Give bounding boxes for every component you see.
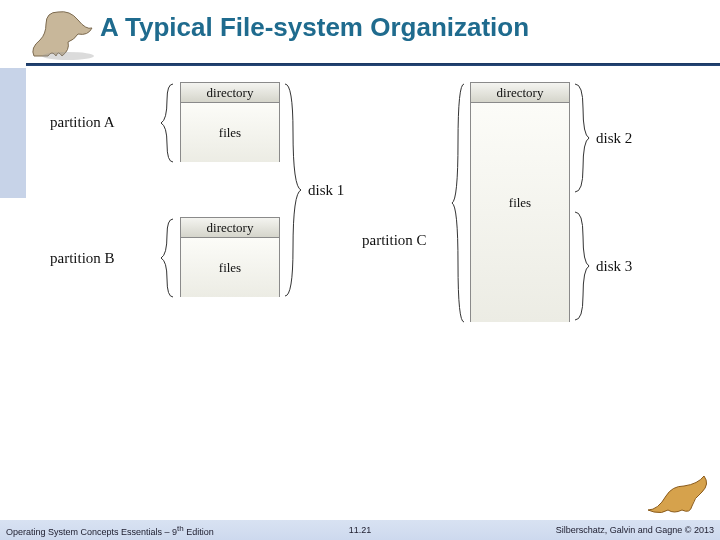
files-body: files <box>181 103 279 162</box>
brace-icon <box>283 82 303 298</box>
brace-icon <box>159 82 177 164</box>
partition-c-box: directory files <box>470 82 570 322</box>
filesystem-diagram: directory files directory files partitio… <box>50 82 690 362</box>
dinosaur-icon <box>28 6 98 62</box>
files-body: files <box>471 103 569 322</box>
directory-header: directory <box>181 218 279 238</box>
files-body-label: files <box>509 195 531 211</box>
svg-point-0 <box>42 52 94 60</box>
dinosaur-icon <box>644 466 714 516</box>
files-body: files <box>181 238 279 297</box>
brace-icon <box>573 82 591 194</box>
brace-icon <box>159 217 177 299</box>
footer-edition-tail: Edition <box>184 527 214 537</box>
footer-copyright: Silberschatz, Galvin and Gagne © 2013 <box>556 525 714 535</box>
partition-a-box: directory files <box>180 82 280 162</box>
partition-c-label: partition C <box>362 232 427 249</box>
partition-b-box: directory files <box>180 217 280 297</box>
brace-icon <box>450 82 468 324</box>
title-rule <box>26 63 720 66</box>
footer-book: Operating System Concepts Essentials – 9… <box>6 524 214 537</box>
footer-book-text: Operating System Concepts Essentials – 9 <box>6 527 177 537</box>
directory-header: directory <box>181 83 279 103</box>
partition-b-label: partition B <box>50 250 115 267</box>
disk-3-label: disk 3 <box>596 258 632 275</box>
sidebar-decoration <box>0 0 26 68</box>
footer-page: 11.21 <box>349 525 372 535</box>
slide: A Typical File-system Organization direc… <box>0 0 720 540</box>
sidebar-decoration <box>0 68 26 198</box>
disk-1-label: disk 1 <box>308 182 344 199</box>
partition-a-label: partition A <box>50 114 115 131</box>
footer-edition-suffix: th <box>177 524 184 533</box>
sidebar-decoration <box>0 198 26 520</box>
brace-icon <box>573 210 591 322</box>
footer: Operating System Concepts Essentials – 9… <box>0 520 720 540</box>
slide-title: A Typical File-system Organization <box>100 12 700 43</box>
disk-2-label: disk 2 <box>596 130 632 147</box>
directory-header: directory <box>471 83 569 103</box>
